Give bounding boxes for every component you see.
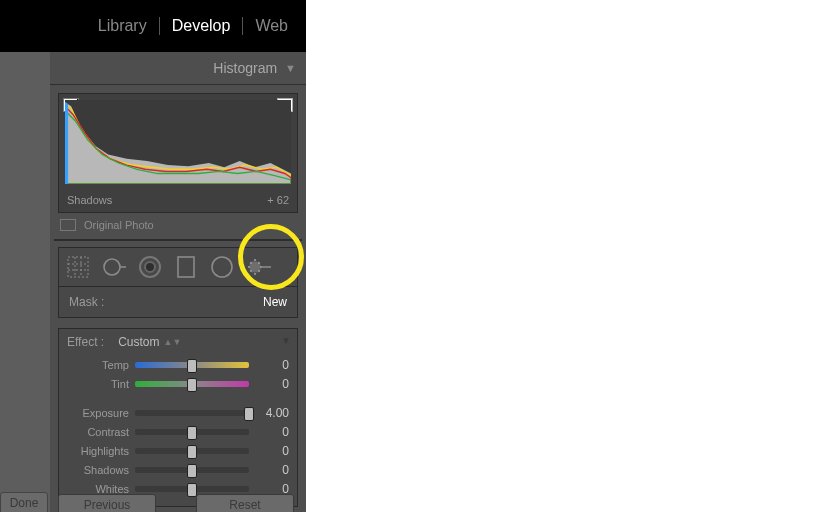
slider-label: Shadows — [67, 464, 135, 476]
svg-point-14 — [250, 270, 252, 272]
slider-label: Contrast — [67, 426, 135, 438]
nav-library[interactable]: Library — [86, 17, 159, 35]
svg-point-19 — [254, 273, 256, 275]
adjustment-brush-tool-icon[interactable] — [245, 254, 271, 280]
slider-thumb[interactable] — [187, 359, 197, 373]
effect-preset-dropdown[interactable]: Custom — [118, 335, 159, 349]
slider-value[interactable]: 4.00 — [249, 406, 289, 420]
slider-track[interactable] — [135, 362, 249, 368]
slider-track[interactable] — [135, 381, 249, 387]
chevron-down-icon: ▼ — [285, 62, 296, 74]
original-photo-label: Original Photo — [84, 219, 154, 231]
histogram-box: Shadows + 62 — [58, 93, 298, 213]
svg-point-15 — [258, 270, 260, 272]
svg-point-16 — [248, 266, 250, 268]
slider-value[interactable]: 0 — [249, 358, 289, 372]
slider-tint[interactable]: Tint0 — [67, 374, 289, 393]
module-nav: Library Develop Web — [0, 0, 306, 52]
local-adjust-toolstrip — [58, 247, 298, 287]
filmstrip-edge — [0, 52, 51, 512]
mask-new-button[interactable]: New — [263, 295, 287, 309]
slider-contrast[interactable]: Contrast0 — [67, 422, 289, 441]
updown-icon: ▲▼ — [163, 337, 181, 347]
mask-label: Mask : — [69, 295, 104, 309]
right-panel: Histogram ▼ Shadows + 62 Original Photo — [50, 52, 306, 512]
slider-track[interactable] — [135, 486, 249, 492]
radial-filter-tool-icon[interactable] — [209, 254, 235, 280]
original-photo-toggle[interactable]: Original Photo — [60, 219, 296, 231]
nav-web[interactable]: Web — [243, 17, 300, 35]
nav-develop[interactable]: Develop — [160, 17, 243, 35]
slider-thumb[interactable] — [187, 464, 197, 478]
slider-thumb[interactable] — [187, 378, 197, 392]
slider-track[interactable] — [135, 467, 249, 473]
svg-point-10 — [212, 257, 232, 277]
slider-value[interactable]: 0 — [249, 444, 289, 458]
previous-button[interactable]: Previous — [58, 494, 156, 512]
histogram-region-value: + 62 — [267, 194, 289, 206]
graduated-filter-tool-icon[interactable] — [173, 254, 199, 280]
spot-removal-tool-icon[interactable] — [101, 254, 127, 280]
slider-label: Exposure — [67, 407, 135, 419]
slider-exposure[interactable]: Exposure4.00 — [67, 403, 289, 422]
slider-track[interactable] — [135, 448, 249, 454]
disclosure-icon[interactable]: ▼ — [281, 335, 291, 346]
histogram-title: Histogram — [213, 60, 277, 76]
histogram-graph[interactable] — [65, 100, 291, 184]
slider-shadows[interactable]: Shadows0 — [67, 460, 289, 479]
crop-tool-icon[interactable] — [65, 254, 91, 280]
svg-point-12 — [250, 262, 252, 264]
slider-track[interactable] — [135, 429, 249, 435]
slider-value[interactable]: 0 — [249, 425, 289, 439]
slider-value[interactable]: 0 — [249, 463, 289, 477]
slider-thumb[interactable] — [187, 426, 197, 440]
slider-label: Temp — [67, 359, 135, 371]
bottom-buttons: Previous Reset — [58, 494, 294, 512]
slider-track[interactable] — [135, 410, 249, 416]
histogram-header[interactable]: Histogram ▼ — [50, 52, 306, 85]
slider-label: Whites — [67, 483, 135, 495]
slider-label: Highlights — [67, 445, 135, 457]
svg-rect-0 — [68, 257, 88, 277]
slider-label: Tint — [67, 378, 135, 390]
rectangle-icon — [60, 219, 76, 231]
svg-point-5 — [104, 259, 120, 275]
slider-temp[interactable]: Temp0 — [67, 355, 289, 374]
reset-button[interactable]: Reset — [196, 494, 294, 512]
svg-point-13 — [258, 262, 260, 264]
effect-label: Effect : — [67, 335, 104, 349]
slider-thumb[interactable] — [187, 445, 197, 459]
slider-highlights[interactable]: Highlights0 — [67, 441, 289, 460]
svg-point-18 — [254, 259, 256, 261]
slider-value[interactable]: 0 — [249, 377, 289, 391]
svg-rect-9 — [178, 257, 194, 277]
panel-divider — [54, 239, 302, 241]
done-button[interactable]: Done — [0, 492, 48, 512]
mask-row: Mask : New — [58, 287, 298, 318]
redeye-tool-icon[interactable] — [137, 254, 163, 280]
histogram-region-label: Shadows — [67, 194, 112, 206]
svg-point-8 — [145, 262, 155, 272]
slider-thumb[interactable] — [244, 407, 254, 421]
effect-panel: ▼ Effect : Custom ▲▼ Temp0Tint0 Exposure… — [58, 328, 298, 507]
